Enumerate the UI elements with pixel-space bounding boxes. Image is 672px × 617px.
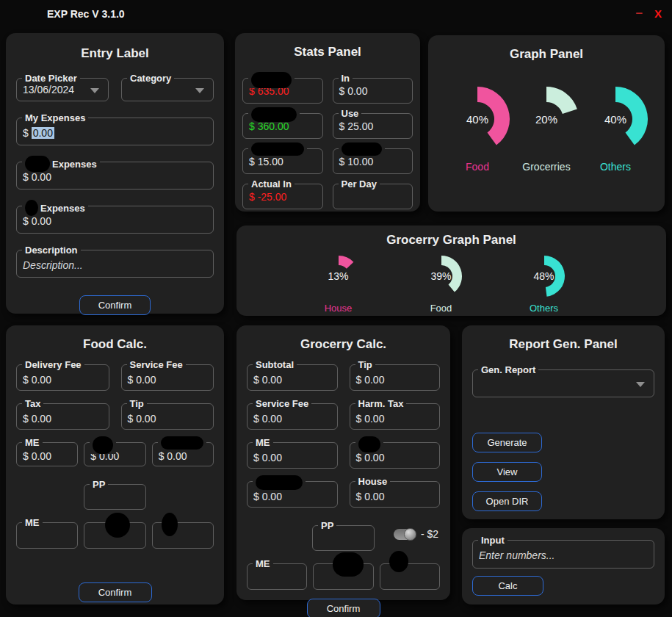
calc-field[interactable]: Tax$ 0.00 bbox=[16, 403, 109, 430]
calc-field[interactable]: PP bbox=[312, 525, 375, 551]
calc-field[interactable] bbox=[152, 522, 214, 549]
calc-field[interactable]: ME bbox=[16, 522, 78, 549]
calc-field[interactable]: ME$ 0.00 bbox=[16, 442, 78, 466]
calc-field[interactable] bbox=[84, 522, 145, 549]
redacted-field-label bbox=[253, 475, 306, 490]
my-expenses-label: My Expenses bbox=[22, 112, 88, 124]
grocery-calc-rows: Subtotal$ 0.00Tip$ 0.00Service Fee$ 0.00… bbox=[236, 364, 450, 590]
stats-panel: Stats Panel $ 635.00In$ 0.00$ 360.00Use$… bbox=[235, 33, 420, 212]
redaction-blob bbox=[251, 72, 292, 88]
expenses-2-label: Expenses bbox=[22, 156, 100, 172]
graph-panel: Graph Panel 40%Food20%Grocerries40%Other… bbox=[428, 35, 665, 212]
calc-field[interactable]: House$ 0.00 bbox=[350, 481, 441, 508]
number-input[interactable]: Input Enter numbers... bbox=[472, 540, 654, 569]
calc-row: ME bbox=[247, 563, 440, 590]
calc-field[interactable]: Tip$ 0.00 bbox=[350, 364, 441, 391]
expenses-3-label: Expenses bbox=[22, 200, 88, 216]
titlebar: EXP Rec V 3.1.0 – X bbox=[0, 0, 672, 28]
open-dir-button[interactable]: Open DIR bbox=[472, 491, 542, 511]
field-label: PP bbox=[318, 519, 336, 532]
field-label: Tip bbox=[355, 358, 375, 371]
redacted-field-label bbox=[158, 436, 206, 450]
calc-field[interactable]: $ 0.00 bbox=[247, 481, 338, 508]
stats-field[interactable]: Per Day bbox=[333, 184, 413, 209]
field-label: ME bbox=[22, 516, 43, 529]
chevron-down-icon[interactable] bbox=[195, 88, 204, 93]
description-label: Description bbox=[22, 244, 81, 256]
field-label: Service Fee bbox=[253, 397, 311, 410]
arc-percent: 40% bbox=[580, 84, 651, 154]
redaction-blob bbox=[25, 200, 38, 216]
field-label: Per Day bbox=[339, 178, 380, 190]
chevron-down-icon[interactable] bbox=[90, 88, 99, 93]
redaction-blob bbox=[358, 436, 380, 452]
gen-report-select[interactable]: Gen. Report bbox=[472, 369, 654, 397]
discount-toggle-label: - $2 bbox=[421, 528, 438, 540]
chevron-down-icon[interactable] bbox=[636, 382, 645, 387]
grocery-calc-title: Grocerry Calc. bbox=[236, 325, 450, 352]
calc-field[interactable]: ME bbox=[247, 563, 307, 590]
food-calc-panel: Food Calc. Delivery Fee$ 0.00Service Fee… bbox=[6, 325, 224, 605]
calc-field[interactable] bbox=[313, 563, 373, 590]
calc-field[interactable]: $ 0.00 bbox=[84, 442, 145, 466]
entry-confirm-button[interactable]: Confirm bbox=[79, 295, 151, 315]
field-label: Actual In bbox=[248, 178, 295, 190]
gen-report-label: Gen. Report bbox=[478, 364, 538, 376]
donut-arc-house: 13%House bbox=[287, 253, 390, 314]
field-label: PP bbox=[90, 478, 108, 491]
calc-field[interactable]: ME$ 0.00 bbox=[247, 442, 338, 469]
calc-field[interactable]: Tip$ 0.00 bbox=[121, 403, 214, 430]
discount-toggle[interactable] bbox=[394, 529, 416, 540]
field-label: ME bbox=[253, 436, 273, 449]
calc-row: ME$ 0.00$ 0.00$ 0.00 bbox=[16, 442, 214, 466]
my-expenses-field[interactable]: My Expenses $ 0.00 bbox=[16, 118, 214, 145]
report-panel-title: Report Gen. Panel bbox=[462, 325, 665, 352]
arc-label: Food bbox=[430, 303, 452, 314]
minimize-button[interactable]: – bbox=[636, 6, 643, 21]
stats-field[interactable]: $ 10.00 bbox=[333, 148, 413, 174]
stats-field[interactable]: $ 15.00 bbox=[242, 148, 323, 174]
arc-label: Others bbox=[600, 161, 631, 173]
donut-arc-food: 40%Food bbox=[443, 84, 512, 173]
stats-field[interactable]: $ 360.00 bbox=[242, 113, 323, 139]
grocery-calc-confirm-button[interactable]: Confirm bbox=[307, 599, 380, 617]
field-label: Subtotal bbox=[253, 358, 297, 371]
category-select[interactable]: Category bbox=[121, 78, 214, 101]
field-label: ME bbox=[253, 558, 273, 570]
date-picker[interactable]: Date Picker 13/06/2024 bbox=[16, 78, 109, 101]
stats-field[interactable]: Actual In$ -25.00 bbox=[242, 184, 323, 209]
calc-field[interactable]: Subtotal$ 0.00 bbox=[247, 364, 338, 391]
calc-field[interactable]: Service Fee$ 0.00 bbox=[247, 403, 338, 430]
calc-field[interactable]: PP bbox=[84, 484, 146, 510]
discount-toggle-row: - $2 bbox=[394, 528, 438, 540]
food-calc-confirm-button[interactable]: Confirm bbox=[79, 582, 152, 602]
calc-button[interactable]: Calc bbox=[472, 576, 543, 596]
view-button[interactable]: View bbox=[472, 462, 542, 482]
description-field[interactable]: Description Description... bbox=[16, 250, 214, 278]
calc-field[interactable]: Service Fee$ 0.00 bbox=[121, 364, 214, 391]
stats-field[interactable]: Use$ 25.00 bbox=[333, 113, 413, 139]
redacted-field-label bbox=[355, 436, 383, 452]
donut-arc: 39% bbox=[419, 253, 464, 299]
redaction-blob bbox=[342, 142, 382, 156]
calc-field[interactable] bbox=[380, 563, 440, 590]
calc-row: Delivery Fee$ 0.00Service Fee$ 0.00 bbox=[16, 364, 214, 391]
calc-field[interactable]: $ 0.00 bbox=[350, 442, 441, 469]
calc-row: ME bbox=[16, 522, 214, 549]
close-button[interactable]: X bbox=[654, 7, 662, 20]
calc-field[interactable]: $ 0.00 bbox=[152, 442, 214, 466]
field-label: In bbox=[339, 72, 353, 84]
expenses-field-2[interactable]: Expenses $ 0.00 bbox=[16, 162, 214, 190]
calc-field[interactable]: Harm. Tax$ 0.00 bbox=[350, 403, 441, 430]
stats-field[interactable]: $ 635.00 bbox=[242, 78, 323, 104]
expenses-field-3[interactable]: Expenses $ 0.00 bbox=[16, 206, 214, 234]
calc-field[interactable]: Delivery Fee$ 0.00 bbox=[16, 364, 109, 391]
calc-row: $ 0.00House$ 0.00 bbox=[247, 481, 440, 508]
field-label: Tip bbox=[127, 397, 147, 410]
stats-field[interactable]: In$ 0.00 bbox=[333, 78, 413, 104]
redacted-field-label bbox=[248, 72, 295, 88]
food-calc-title: Food Calc. bbox=[6, 325, 224, 352]
arc-percent: 20% bbox=[511, 84, 582, 154]
field-label: Delivery Fee bbox=[22, 358, 84, 371]
generate-button[interactable]: Generate bbox=[472, 433, 542, 452]
